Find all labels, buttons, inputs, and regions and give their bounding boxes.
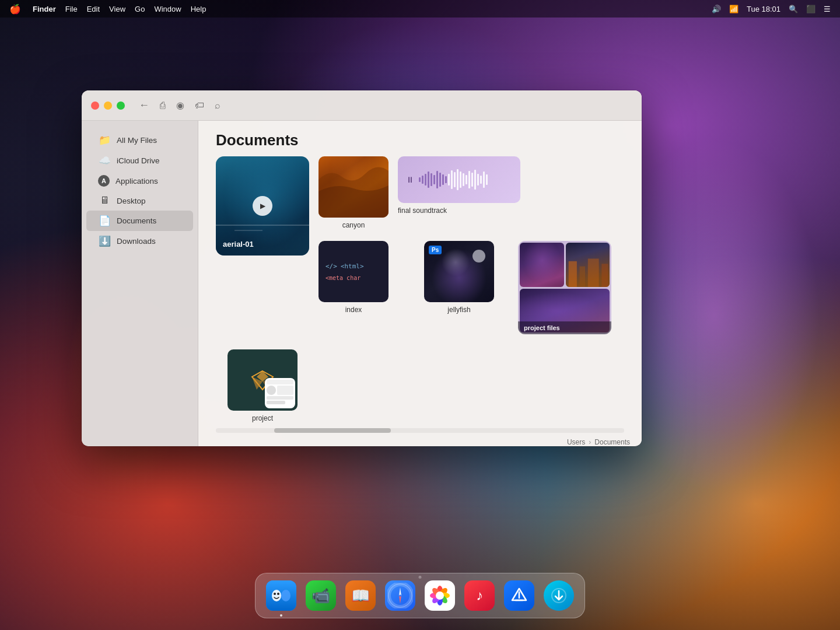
svg-rect-3	[601, 264, 608, 287]
dock-appstore[interactable]	[502, 578, 537, 613]
status-bar: Users › Documents	[198, 438, 642, 446]
icloud-icon: ☁️	[98, 155, 111, 167]
file-project-files[interactable]: project files	[530, 241, 600, 338]
sidebar-item-icloud-drive[interactable]: ☁️ iCloud Drive	[86, 150, 193, 171]
maximize-button[interactable]	[117, 102, 125, 110]
dock-finder[interactable]	[264, 578, 299, 613]
sidebar-item-all-my-files[interactable]: 📁 All My Files	[86, 130, 193, 150]
toolbar: ← ⎙ ◉ 🏷 ⌕	[139, 99, 220, 111]
applications-icon: A	[98, 175, 110, 187]
volume-icon[interactable]: 🔊	[712, 5, 721, 13]
apple-menu[interactable]: 🍎	[9, 4, 21, 15]
ps-badge: Ps	[429, 246, 442, 254]
close-button[interactable]	[91, 102, 99, 110]
svg-marker-16	[399, 587, 401, 596]
tag-icon[interactable]: 🏷	[195, 100, 204, 111]
minimize-button[interactable]	[104, 102, 112, 110]
file-jellyfish[interactable]: Ps jellyfish	[398, 241, 520, 314]
jellyfish-label: jellyfish	[447, 306, 470, 314]
menubar-edit[interactable]: Edit	[87, 5, 100, 13]
scrollbar-thumb[interactable]	[274, 428, 391, 433]
pause-icon: ⏸	[406, 175, 414, 184]
svg-marker-17	[399, 596, 401, 604]
scrollbar-area	[198, 428, 642, 438]
svg-point-12	[274, 593, 276, 595]
screen-icon[interactable]: ⬛	[806, 5, 816, 13]
menu-icon[interactable]: ☰	[824, 5, 831, 13]
scrollbar-track[interactable]	[216, 428, 624, 433]
dock-music[interactable]: ♪	[462, 578, 497, 613]
sidebar-item-applications[interactable]: A Applications	[86, 171, 193, 191]
search-icon[interactable]: 🔍	[789, 5, 798, 13]
menubar-go[interactable]: Go	[135, 5, 145, 13]
code-line-1: </> <html>	[326, 262, 382, 270]
menubar-help[interactable]: Help	[191, 5, 206, 13]
view-icon[interactable]: ◉	[176, 100, 184, 111]
sidebar-item-desktop[interactable]: 🖥 Desktop	[86, 191, 193, 211]
canyon-label: canyon	[342, 221, 365, 229]
desktop-icon: 🖥	[98, 195, 111, 206]
svg-point-13	[277, 593, 279, 595]
dock-downloader[interactable]	[541, 578, 576, 613]
aerial-label: aerial-01	[223, 240, 254, 249]
file-index[interactable]: </> <html> <meta char index	[318, 241, 388, 314]
file-aerial[interactable]: ▶ aerial-01	[216, 156, 309, 259]
search-button[interactable]: ⌕	[215, 100, 220, 111]
audio-label: final soundtrack	[398, 206, 447, 215]
svg-rect-1	[579, 266, 584, 286]
dock: 📹 📖	[255, 573, 585, 618]
title-bar: ← ⎙ ◉ 🏷 ⌕	[82, 90, 642, 121]
svg-point-10	[272, 590, 281, 601]
finder-active-dot	[280, 614, 282, 617]
menubar-clock: Tue 18:01	[747, 5, 780, 13]
finder-body: 📁 All My Files ☁️ iCloud Drive A Applica…	[82, 121, 642, 446]
breadcrumb: Users › Documents	[567, 438, 630, 446]
dock-facetime[interactable]: 📹	[303, 578, 338, 613]
wifi-icon[interactable]: 📶	[729, 5, 738, 13]
breadcrumb-sep-1: ›	[589, 438, 591, 446]
menubar-finder[interactable]: Finder	[33, 5, 56, 13]
file-project[interactable]: project	[216, 349, 309, 422]
downloads-icon: ⬇️	[98, 235, 111, 247]
code-line-2: <meta char	[326, 275, 382, 281]
index-label: index	[345, 306, 362, 314]
file-canyon[interactable]: canyon	[318, 156, 388, 229]
content-area: Documents ▶ aerial-01	[198, 121, 642, 446]
menubar-view[interactable]: View	[109, 5, 125, 13]
dock-safari[interactable]	[383, 578, 418, 613]
sidebar-item-documents[interactable]: 📄 Documents	[86, 211, 193, 231]
dock-photos[interactable]	[422, 578, 457, 613]
finder-window: ← ⎙ ◉ 🏷 ⌕ 📁 All My Files ☁️ iCloud Drive…	[82, 90, 642, 446]
share-icon[interactable]: ⎙	[160, 100, 166, 111]
sidebar-item-downloads[interactable]: ⬇️ Downloads	[86, 231, 193, 251]
menubar-window[interactable]: Window	[154, 5, 181, 13]
sidebar: 📁 All My Files ☁️ iCloud Drive A Applica…	[82, 121, 198, 446]
all-my-files-icon: 📁	[98, 134, 111, 146]
menubar-file[interactable]: File	[65, 5, 78, 13]
play-button[interactable]: ▶	[253, 196, 272, 216]
svg-point-26	[436, 592, 444, 600]
svg-point-11	[281, 590, 290, 601]
page-title: Documents	[216, 131, 624, 149]
menubar: 🍎 Finder File Edit View Go Window Help 🔊…	[0, 0, 840, 18]
svg-rect-2	[587, 258, 598, 286]
traffic-lights	[91, 102, 125, 110]
project-label: project	[252, 414, 273, 422]
waveform	[419, 168, 512, 191]
documents-icon: 📄	[98, 215, 111, 227]
svg-rect-0	[568, 261, 576, 286]
back-button[interactable]: ←	[139, 99, 149, 111]
dock-books[interactable]: 📖	[343, 578, 378, 613]
project-files-label: project files	[518, 321, 611, 334]
content-header: Documents	[198, 121, 642, 156]
file-audio[interactable]: ⏸	[398, 156, 520, 215]
